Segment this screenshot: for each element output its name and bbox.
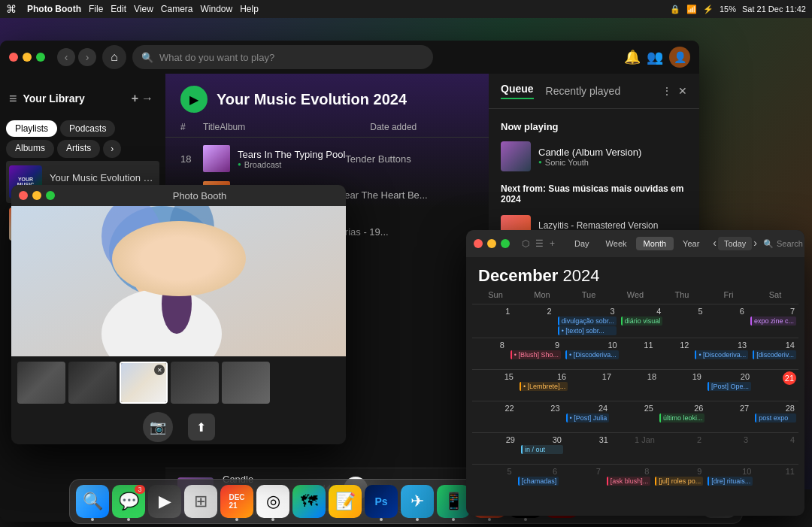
cal-day-21dec[interactable]: 21	[753, 369, 798, 401]
notification-icon[interactable]: 🔔	[624, 49, 641, 65]
cal-next-btn[interactable]: ›	[753, 237, 757, 250]
cal-event[interactable]: in / out	[521, 445, 563, 454]
pb-thumb-1[interactable]	[17, 362, 65, 404]
cal-day-25dec[interactable]: 25	[611, 401, 657, 432]
cal-event[interactable]: • [texto] sobr...	[558, 326, 617, 335]
dock-telegram[interactable]: ✈	[401, 485, 434, 518]
cal-event[interactable]: divulgação sobr...	[558, 317, 617, 326]
cal-event[interactable]: [jul] roles po...	[655, 477, 703, 486]
cal-day-8dec[interactable]: 8	[472, 338, 508, 369]
pb-thumb-close[interactable]: ✕	[154, 365, 165, 375]
play-button[interactable]: ▶	[180, 86, 208, 113]
maximize-button[interactable]	[36, 53, 45, 62]
cal-event[interactable]: • [Discoderiva...	[565, 350, 619, 359]
cal-day-1dec[interactable]: 1	[472, 304, 514, 338]
cal-day-2jan[interactable]: 2	[659, 432, 705, 464]
cal-day-7dec[interactable]: 7 expo zine c...	[748, 304, 798, 338]
cal-day-16dec[interactable]: 16 • [Lembrete]...	[517, 369, 570, 401]
cal-day-3jan[interactable]: 3	[705, 432, 752, 464]
cal-year-btn[interactable]: Year	[675, 237, 707, 250]
cal-day-27dec[interactable]: 27	[707, 401, 753, 432]
cal-event[interactable]: • [Lembrete]...	[520, 382, 568, 391]
menu-file[interactable]: File	[89, 4, 103, 14]
menu-edit[interactable]: Edit	[111, 4, 126, 14]
cal-mini-icon3[interactable]: +	[550, 238, 555, 249]
dock-tv[interactable]: ▶	[148, 485, 181, 518]
cal-day-6dec[interactable]: 6	[707, 304, 748, 338]
cal-event[interactable]: [discoderiv...	[753, 350, 796, 359]
cal-event[interactable]: [Post] Ope...	[707, 382, 751, 391]
menu-camera[interactable]: Camera	[161, 4, 193, 14]
pb-maximize-button[interactable]	[46, 191, 55, 200]
cal-day-7jan[interactable]: 7	[561, 464, 604, 495]
cal-day-12dec[interactable]: 12	[657, 338, 693, 369]
dock-finder[interactable]: 🔍	[76, 485, 109, 518]
back-button[interactable]: ‹	[57, 48, 75, 66]
cal-mini-icon1[interactable]: ⬡	[522, 238, 529, 249]
cal-day-15dec[interactable]: 15	[472, 369, 517, 401]
dock-maps[interactable]: 🗺	[292, 485, 326, 518]
cal-day-30dec[interactable]: 30 in / out	[519, 432, 565, 464]
home-button[interactable]: ⌂	[102, 45, 126, 69]
cal-day-10dec[interactable]: 10 • [Discoderiva...	[563, 338, 621, 369]
cal-day-19dec[interactable]: 19	[660, 369, 705, 401]
cal-event[interactable]: [ask blush]...	[607, 477, 651, 486]
tab-podcasts[interactable]: Podcasts	[60, 120, 115, 137]
cal-today-btn[interactable]: Today	[718, 237, 752, 250]
pb-thumb-4[interactable]	[171, 362, 219, 404]
cal-day-1jan[interactable]: 1 Jan	[612, 432, 659, 464]
cal-day-20dec[interactable]: 20 [Post] Ope...	[705, 369, 753, 401]
cal-event[interactable]: • [Discoderiva...	[695, 350, 748, 359]
cal-event[interactable]: • [Post] Julia	[566, 413, 610, 423]
pb-thumb-3[interactable]: ✕	[120, 362, 168, 404]
dock-calendar[interactable]: DEC21	[220, 485, 253, 518]
queue-tab[interactable]: Queue	[501, 83, 534, 99]
dock-whatsapp[interactable]: 📱	[437, 485, 470, 518]
cal-event[interactable]: [dre] rituais...	[707, 477, 753, 486]
forward-button[interactable]: ›	[78, 48, 96, 66]
cal-day-4dec[interactable]: 4 diário visual	[619, 304, 665, 338]
recently-played-tab[interactable]: Recently played	[546, 85, 621, 97]
avatar[interactable]: 👤	[669, 47, 690, 68]
cal-day-3dec[interactable]: 3 divulgação sobr... • [texto] sobr...	[556, 304, 619, 338]
cal-day-btn[interactable]: Day	[567, 237, 597, 250]
pb-thumb-5[interactable]	[222, 362, 270, 404]
cal-event[interactable]: • [Blush] Sho...	[511, 350, 561, 359]
pb-minimize-button[interactable]	[32, 191, 41, 200]
cal-search[interactable]: 🔍 Search	[763, 239, 803, 249]
cal-event[interactable]: expo zine c...	[750, 317, 796, 326]
tab-playlists[interactable]: Playlists	[6, 120, 57, 137]
cal-day-17dec[interactable]: 17	[570, 369, 615, 401]
cal-day-6jan[interactable]: 6 [chamadas]	[516, 464, 562, 495]
cal-day-11jan[interactable]: 11	[755, 464, 798, 495]
cal-day-29dec[interactable]: 29	[472, 432, 519, 464]
cal-prev-btn[interactable]: ‹	[713, 237, 717, 250]
cal-event[interactable]: post expo	[755, 413, 796, 423]
dock-notes[interactable]: 📝	[329, 485, 362, 518]
cal-event[interactable]: último leoki...	[659, 413, 705, 423]
search-bar[interactable]: 🔍 What do you want to play?	[132, 45, 433, 69]
menu-window[interactable]: Window	[201, 4, 233, 14]
dock-messages[interactable]: 💬 3	[112, 485, 145, 518]
pb-thumb-2[interactable]	[68, 362, 117, 404]
cal-day-18dec[interactable]: 18	[615, 369, 660, 401]
cal-day-31dec[interactable]: 31	[565, 432, 612, 464]
cal-day-10jan[interactable]: 10 [dre] rituais...	[705, 464, 755, 495]
cal-day-28dec[interactable]: 28 post expo	[753, 401, 798, 432]
menu-help[interactable]: Help	[240, 4, 259, 14]
cal-month-btn[interactable]: Month	[636, 237, 674, 250]
cal-day-4jan[interactable]: 4	[752, 432, 798, 464]
arrow-icon[interactable]: →	[141, 92, 153, 105]
tab-artists[interactable]: Artists	[57, 140, 100, 158]
cal-day-9jan[interactable]: 9 [jul] roles po...	[653, 464, 705, 495]
cal-day-22dec[interactable]: 22	[472, 401, 518, 432]
cal-day-5jan[interactable]: 5	[472, 464, 516, 495]
tab-more[interactable]: ›	[103, 140, 121, 158]
minimize-button[interactable]	[23, 53, 32, 62]
cal-day-5dec[interactable]: 5	[665, 304, 706, 338]
share-button[interactable]: ⬆	[188, 413, 215, 441]
cal-day-9dec[interactable]: 9 • [Blush] Sho...	[508, 338, 563, 369]
apple-menu[interactable]: ⌘	[6, 3, 17, 15]
cal-day-24dec[interactable]: 24 • [Post] Julia	[564, 401, 612, 432]
cal-week-btn[interactable]: Week	[598, 237, 635, 250]
